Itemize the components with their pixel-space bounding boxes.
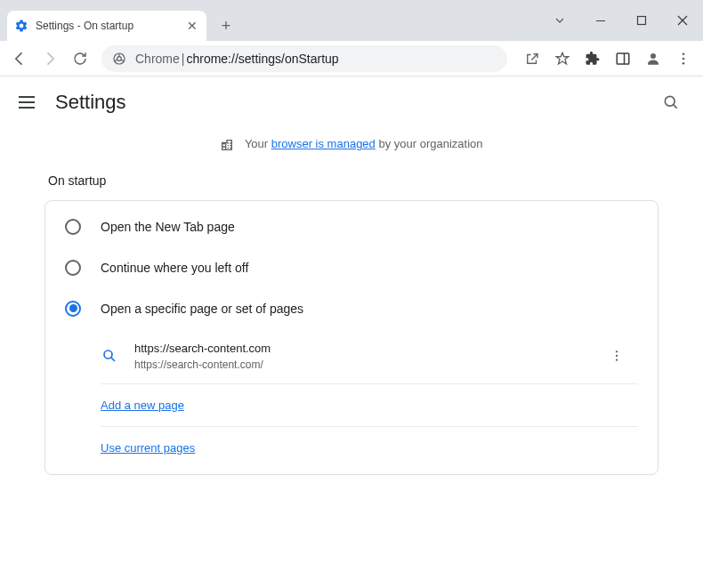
svg-point-8 [683,57,685,60]
startup-pages-list: https://search-content.com https://searc… [45,329,658,470]
page-title: Settings [55,91,637,114]
option-label: Open a specific page or set of pages [101,302,303,316]
browser-tab[interactable]: Settings - On startup ✕ [7,11,206,41]
radio-icon [65,260,81,276]
page-row: https://search-content.com https://searc… [101,329,638,385]
section-title: On startup [48,173,659,188]
svg-point-3 [117,56,122,60]
maximize-button[interactable] [621,6,662,35]
extensions-button[interactable] [578,44,607,73]
svg-rect-1 [638,17,646,25]
option-continue[interactable]: Continue where you left off [45,247,658,288]
browser-toolbar: Chrome|chrome://settings/onStartup [0,41,703,77]
svg-point-16 [616,359,618,361]
add-page-link[interactable]: Add a new page [101,399,184,412]
side-panel-button[interactable] [609,44,637,73]
menu-button[interactable] [16,92,37,113]
svg-point-14 [616,351,618,353]
settings-header: Settings [0,77,703,128]
chrome-menu-button[interactable] [669,44,698,73]
svg-point-7 [683,52,685,55]
tab-title: Settings - On startup [36,20,178,32]
gear-icon [14,19,28,33]
close-window-button[interactable] [662,6,703,35]
option-label: Open the New Tab page [101,220,235,234]
svg-point-12 [104,350,112,358]
forward-button[interactable] [36,44,64,73]
page-url: https://search-content.com/ [134,357,588,373]
managed-link[interactable]: browser is managed [271,137,376,150]
share-button[interactable] [518,44,546,73]
option-new-tab[interactable]: Open the New Tab page [45,206,658,247]
profile-button[interactable] [639,44,667,73]
svg-point-15 [616,355,618,357]
managed-banner: Your browser is managed by your organiza… [0,128,703,159]
page-title: https://search-content.com [134,340,588,358]
svg-line-13 [111,358,115,361]
tab-search-button[interactable] [539,6,580,35]
window-titlebar: Settings - On startup ✕ + [0,0,703,41]
window-controls [539,0,703,41]
use-current-link[interactable]: Use current pages [101,441,195,455]
add-page-row: Add a new page [101,384,638,427]
organization-icon [220,138,234,152]
search-icon [101,348,118,364]
startup-card: Open the New Tab page Continue where you… [44,200,659,476]
back-button[interactable] [5,44,34,73]
settings-content: On startup Open the New Tab page Continu… [0,159,703,476]
address-bar[interactable]: Chrome|chrome://settings/onStartup [101,45,507,72]
new-tab-button[interactable]: + [214,13,238,38]
svg-point-6 [650,53,656,59]
address-text: Chrome|chrome://settings/onStartup [135,52,339,66]
option-specific-pages[interactable]: Open a specific page or set of pages [45,288,658,329]
svg-line-11 [674,104,677,108]
close-tab-icon[interactable]: ✕ [185,19,199,33]
option-label: Continue where you left off [101,261,248,275]
bookmark-button[interactable] [548,44,577,73]
use-current-row: Use current pages [101,427,638,469]
radio-icon [65,219,81,235]
page-more-button[interactable] [604,343,629,368]
svg-point-10 [665,96,675,106]
reload-button[interactable] [66,44,94,73]
radio-icon [65,301,81,317]
svg-rect-4 [617,53,629,64]
chrome-icon [112,52,126,66]
banner-text: Your browser is managed by your organiza… [245,137,483,150]
svg-rect-0 [596,20,605,21]
svg-point-9 [683,61,685,64]
page-text: https://search-content.com https://searc… [134,340,588,374]
minimize-button[interactable] [580,6,621,35]
search-settings-button[interactable] [655,86,687,118]
